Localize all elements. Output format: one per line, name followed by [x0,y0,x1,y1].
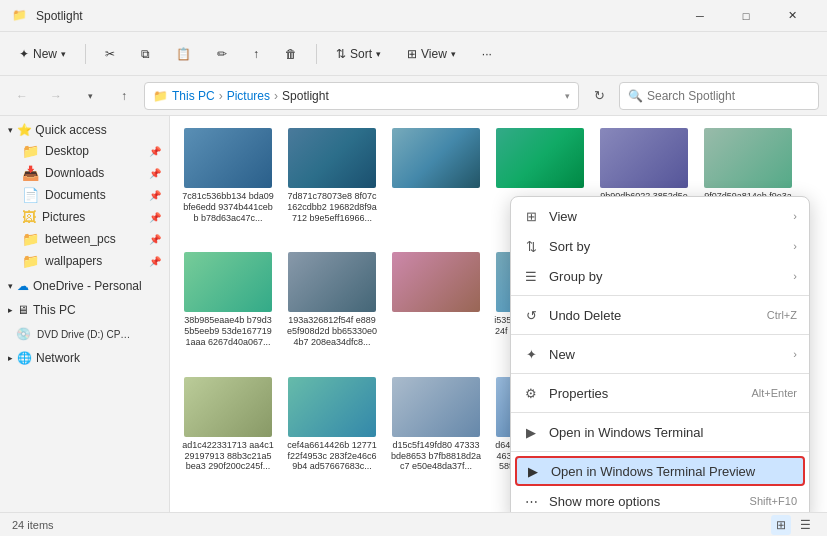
file-item[interactable]: 38b985eaae4b b79d35b5eeb9 53de1677191aaa… [178,248,278,368]
thispc-header[interactable]: ▸ 🖥 This PC [0,300,169,320]
terminal-preview-icon: ▶ [525,463,541,479]
onedrive-section: ▾ ☁ OneDrive - Personal [0,276,169,296]
view-chevron-icon: ▾ [451,49,456,59]
view-button[interactable]: ⊞ View ▾ [396,40,467,68]
close-button[interactable]: ✕ [769,0,815,32]
quick-access-header[interactable]: ▾ ⭐ Quick access [0,120,169,140]
file-thumbnail [704,128,792,188]
view-icon: ⊞ [407,47,417,61]
forward-button[interactable]: → [42,82,70,110]
minimize-button[interactable]: ─ [677,0,723,32]
refresh-button[interactable]: ↻ [585,82,613,110]
sidebar-item-between-pcs[interactable]: 📁 between_pcs 📌 [0,228,169,250]
sidebar-item-documents[interactable]: 📄 Documents 📌 [0,184,169,206]
between-pcs-folder-icon: 📁 [22,231,39,247]
wallpapers-folder-icon: 📁 [22,253,39,269]
context-menu-separator [511,295,809,296]
title-bar-left: 📁 Spotlight [12,8,83,24]
sort-button[interactable]: ⇅ Sort ▾ [325,40,392,68]
rename-button[interactable]: ✏ [206,40,238,68]
file-name: 7c81c536bb134 bda09bfe6edd 9374b441cebb … [182,191,274,223]
context-menu-item-more-options[interactable]: ⋯Show more optionsShift+F10 [511,486,809,512]
context-menu-label: Undo Delete [549,308,757,323]
view-toggle: ⊞ ☰ [771,515,815,535]
pin-icon: 📌 [149,212,161,223]
up-button[interactable]: ↑ [110,82,138,110]
network-icon: 🌐 [17,351,32,365]
file-thumbnail [184,252,272,312]
file-item[interactable]: 193a326812f54f e889e5f908d2d bb65330e04b… [282,248,382,368]
context-menu-item-terminal-preview[interactable]: ▶Open in Windows Terminal Preview [515,456,805,486]
file-item[interactable]: 7c81c536bb134 bda09bfe6edd 9374b441cebb … [178,124,278,244]
cut-button[interactable]: ✂ [94,40,126,68]
copy-button[interactable]: ⧉ [130,40,161,68]
sidebar-item-pictures[interactable]: 🖼 Pictures 📌 [0,206,169,228]
context-menu-item-undo[interactable]: ↺Undo DeleteCtrl+Z [511,300,809,330]
breadcrumb-this-pc[interactable]: This PC [172,89,215,103]
pin-icon: 📌 [149,234,161,245]
new-icon: ✦ [523,346,539,362]
breadcrumb-pictures[interactable]: Pictures [227,89,270,103]
search-bar[interactable]: 🔍 [619,82,819,110]
submenu-arrow-icon: › [793,240,797,252]
main-area: ▾ ⭐ Quick access 📁 Desktop 📌 📥 Downloads… [0,116,827,512]
context-menu-item-properties[interactable]: ⚙PropertiesAlt+Enter [511,378,809,408]
breadcrumb-spotlight: Spotlight [282,89,329,103]
context-menu-shortcut: Ctrl+Z [767,309,797,321]
file-item[interactable]: ad1c422331713 aa4c129197913 88b3c21a5bea… [178,373,278,504]
separator-2 [316,44,317,64]
breadcrumb-chevron-icon[interactable]: ▾ [565,91,570,101]
onedrive-header[interactable]: ▾ ☁ OneDrive - Personal [0,276,169,296]
onedrive-chevron-icon: ▾ [8,281,13,291]
file-item[interactable] [386,124,486,244]
group-icon: ☰ [523,268,539,284]
undo-icon: ↺ [523,307,539,323]
context-menu-item-new[interactable]: ✦New› [511,339,809,369]
properties-icon: ⚙ [523,385,539,401]
context-menu-label: New [549,347,783,362]
file-name: d15c5f149fd80 47333bde8653 b7fb8818d2ac7… [390,440,482,472]
search-input[interactable] [647,89,810,103]
file-item[interactable] [386,248,486,368]
file-item[interactable]: d15c5f149fd80 47333bde8653 b7fb8818d2ac7… [386,373,486,504]
context-menu-shortcut: Alt+Enter [751,387,797,399]
sidebar-item-downloads[interactable]: 📥 Downloads 📌 [0,162,169,184]
submenu-arrow-icon: › [793,348,797,360]
sidebar-item-wallpapers[interactable]: 📁 wallpapers 📌 [0,250,169,272]
submenu-arrow-icon: › [793,270,797,282]
file-name: 193a326812f54f e889e5f908d2d bb65330e04b… [286,315,378,347]
maximize-button[interactable]: □ [723,0,769,32]
paste-button[interactable]: 📋 [165,40,202,68]
file-item[interactable]: cef4a6614426b 12771f22f4953c 283f2e46c69… [282,373,382,504]
terminal-icon: ▶ [523,424,539,440]
file-thumbnail [184,128,272,188]
sidebar-item-desktop[interactable]: 📁 Desktop 📌 [0,140,169,162]
file-thumbnail [392,377,480,437]
more-button[interactable]: ··· [471,40,503,68]
grid-view-button[interactable]: ⊞ [771,515,791,535]
new-button[interactable]: ✦ New ▾ [8,40,77,68]
file-item[interactable]: 7d871c78073e8 8f07c162cdbb2 19682d8f9a71… [282,124,382,244]
context-menu-label: Group by [549,269,783,284]
context-menu-item-view[interactable]: ⊞View› [511,201,809,231]
file-name: cef4a6614426b 12771f22f4953c 283f2e46c69… [286,440,378,472]
network-chevron-icon: ▸ [8,353,13,363]
share-button[interactable]: ↑ [242,40,270,68]
dvd-label: DVD Drive (D:) CPRA_X64F [37,329,137,340]
context-menu-separator [511,334,809,335]
sidebar-item-label: Desktop [45,144,89,158]
context-menu-item-terminal[interactable]: ▶Open in Windows Terminal [511,417,809,447]
context-menu-item-group[interactable]: ☰Group by› [511,261,809,291]
delete-button[interactable]: 🗑 [274,40,308,68]
context-menu-item-sort[interactable]: ⇅Sort by› [511,231,809,261]
thispc-section: ▸ 🖥 This PC [0,300,169,320]
breadcrumb[interactable]: 📁 This PC › Pictures › Spotlight ▾ [144,82,579,110]
recent-locations-button[interactable]: ▾ [76,82,104,110]
back-button[interactable]: ← [8,82,36,110]
network-header[interactable]: ▸ 🌐 Network [0,348,169,368]
toolbar: ✦ New ▾ ✂ ⧉ 📋 ✏ ↑ 🗑 ⇅ Sort ▾ ⊞ View ▾ ··… [0,32,827,76]
context-menu: ⊞View›⇅Sort by›☰Group by›↺Undo DeleteCtr… [510,196,810,512]
context-menu-label: Properties [549,386,741,401]
list-view-button[interactable]: ☰ [795,515,815,535]
sidebar-item-dvd[interactable]: 💿 DVD Drive (D:) CPRA_X64F [0,324,169,344]
